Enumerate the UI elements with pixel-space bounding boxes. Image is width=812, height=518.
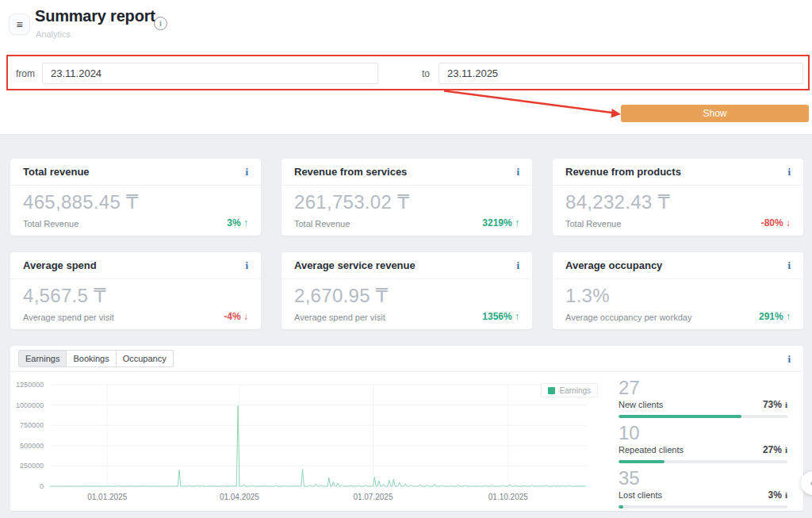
client-progress-fill bbox=[619, 415, 741, 418]
info-icon[interactable]: i bbox=[245, 167, 248, 177]
legend-label: Earnings bbox=[560, 386, 591, 395]
card-average-spend: Average spend i 4,567.5 ₸ Average spend … bbox=[10, 252, 261, 329]
card-value: 261,753.02 ₸ bbox=[294, 191, 410, 213]
show-button[interactable]: Show bbox=[621, 105, 809, 122]
to-date-input[interactable] bbox=[439, 63, 803, 84]
svg-text:01.10.2025: 01.10.2025 bbox=[488, 493, 528, 501]
card-title: Average occupancy bbox=[565, 259, 662, 271]
client-label: New clients bbox=[619, 400, 663, 409]
card-label: Average occupancy per workday bbox=[565, 313, 691, 322]
kpi-cards-grid: Total revenue i 465,885.45 ₸ Total Reven… bbox=[10, 159, 803, 329]
card-title: Average spend bbox=[23, 259, 97, 271]
card-value: 4,567.5 ₸ bbox=[23, 285, 106, 307]
svg-text:01.01.2025: 01.01.2025 bbox=[87, 493, 127, 501]
info-icon[interactable]: i bbox=[785, 491, 787, 500]
card-value: 84,232.43 ₸ bbox=[565, 191, 670, 213]
info-icon[interactable]: i bbox=[516, 260, 519, 271]
client-percent: 3% bbox=[768, 489, 782, 501]
to-label: to bbox=[422, 68, 430, 79]
svg-text:750000: 750000 bbox=[20, 421, 44, 429]
client-percent: 73% bbox=[763, 399, 782, 410]
svg-text:01.04.2025: 01.04.2025 bbox=[220, 493, 259, 501]
card-delta: -4% ↓ bbox=[224, 311, 248, 322]
client-progress-fill bbox=[619, 460, 665, 463]
card-total-revenue: Total revenue i 465,885.45 ₸ Total Reven… bbox=[10, 159, 261, 236]
info-icon[interactable]: i bbox=[785, 401, 787, 409]
card-value: 465,885.45 ₸ bbox=[23, 191, 139, 213]
clients-panel: 27 New clients 73%i 10 Repeated clients … bbox=[609, 372, 803, 514]
progress-track bbox=[619, 460, 787, 463]
svg-text:0: 0 bbox=[40, 482, 44, 490]
card-label: Total Revenue bbox=[294, 219, 350, 228]
svg-text:500000: 500000 bbox=[20, 442, 44, 450]
info-icon[interactable]: i bbox=[787, 167, 791, 177]
card-revenue-products: Revenue from products i 84,232.43 ₸ Tota… bbox=[553, 159, 803, 236]
card-label: Average spend per visit bbox=[23, 313, 114, 322]
delta-arrow-icon: ↑ bbox=[515, 311, 519, 322]
svg-text:250000: 250000 bbox=[20, 462, 44, 470]
delta-arrow-icon: ↓ bbox=[786, 217, 791, 228]
client-count: 35 bbox=[619, 469, 787, 488]
delta-arrow-icon: ↑ bbox=[786, 311, 791, 322]
client-stat-lost: 35 Lost clients 3%i bbox=[619, 469, 787, 508]
delta-arrow-icon: ↑ bbox=[243, 217, 248, 228]
page-title: Summary report bbox=[35, 7, 155, 25]
earnings-chart-card: Earnings Bookings Occupancy i 0250000500… bbox=[10, 346, 803, 511]
tab-earnings[interactable]: Earnings bbox=[18, 350, 67, 367]
client-stat-new: 27 New clients 73%i bbox=[619, 378, 787, 418]
card-delta: 1356% ↑ bbox=[482, 311, 519, 322]
chart-legend: Earnings bbox=[541, 383, 598, 397]
client-count: 10 bbox=[619, 424, 787, 443]
legend-swatch-earnings bbox=[548, 387, 555, 394]
tab-occupancy[interactable]: Occupancy bbox=[117, 350, 174, 367]
card-average-service-revenue: Average service revenue i 2,670.95 ₸ Ave… bbox=[282, 252, 532, 329]
earnings-chart: 02500005000007500001000000125000001.01.2… bbox=[10, 372, 609, 514]
client-label: Lost clients bbox=[619, 490, 662, 500]
card-delta: 3219% ↑ bbox=[482, 217, 519, 228]
card-title: Revenue from products bbox=[565, 166, 681, 178]
card-delta: -80% ↓ bbox=[761, 217, 791, 228]
top-header-section: ≡ Summary report i Analytics from to Sho… bbox=[0, 0, 812, 135]
tab-bookings[interactable]: Bookings bbox=[67, 350, 116, 367]
card-label: Average spend per visit bbox=[294, 313, 385, 322]
card-title: Total revenue bbox=[23, 166, 90, 178]
card-label: Total Revenue bbox=[23, 219, 79, 228]
info-icon[interactable]: i bbox=[245, 260, 248, 271]
title-info-icon[interactable]: i bbox=[154, 17, 167, 30]
card-delta: 291% ↑ bbox=[759, 311, 791, 322]
from-label: from bbox=[16, 68, 35, 79]
card-revenue-services: Revenue from services i 261,753.02 ₸ Tot… bbox=[282, 159, 532, 236]
breadcrumb: Analytics bbox=[36, 29, 71, 39]
earnings-chart-svg: 02500005000007500001000000125000001.01.2… bbox=[12, 375, 605, 508]
chart-tabs: Earnings Bookings Occupancy bbox=[18, 350, 174, 367]
client-percent: 27% bbox=[763, 444, 782, 455]
progress-track bbox=[619, 505, 787, 508]
card-title: Average service revenue bbox=[294, 259, 416, 271]
card-delta: 3% ↑ bbox=[227, 217, 248, 228]
card-value: 2,670.95 ₸ bbox=[294, 285, 388, 307]
delta-arrow-icon: ↓ bbox=[243, 311, 248, 322]
info-icon[interactable]: i bbox=[516, 167, 519, 177]
svg-text:01.07.2025: 01.07.2025 bbox=[353, 493, 393, 501]
delta-arrow-icon: ↑ bbox=[515, 217, 519, 228]
hamburger-icon: ≡ bbox=[16, 18, 22, 31]
progress-track bbox=[619, 415, 787, 418]
client-label: Repeated clients bbox=[619, 445, 684, 455]
card-title: Revenue from services bbox=[294, 166, 407, 178]
client-count: 27 bbox=[619, 378, 787, 397]
client-progress-fill bbox=[619, 505, 623, 508]
card-average-occupancy: Average occupancy i 1.3% Average occupan… bbox=[553, 252, 803, 329]
card-label: Total Revenue bbox=[565, 219, 621, 228]
main-content: Total revenue i 465,885.45 ₸ Total Reven… bbox=[0, 135, 812, 518]
svg-text:1250000: 1250000 bbox=[16, 381, 44, 389]
from-date-input[interactable] bbox=[42, 63, 378, 84]
chart-info-icon[interactable]: i bbox=[787, 354, 791, 364]
info-icon[interactable]: i bbox=[785, 446, 787, 455]
client-stat-repeated: 10 Repeated clients 27%i bbox=[619, 424, 787, 463]
card-value: 1.3% bbox=[565, 285, 610, 307]
svg-text:1000000: 1000000 bbox=[16, 401, 44, 409]
info-icon[interactable]: i bbox=[787, 260, 791, 271]
menu-button[interactable]: ≡ bbox=[9, 13, 30, 35]
